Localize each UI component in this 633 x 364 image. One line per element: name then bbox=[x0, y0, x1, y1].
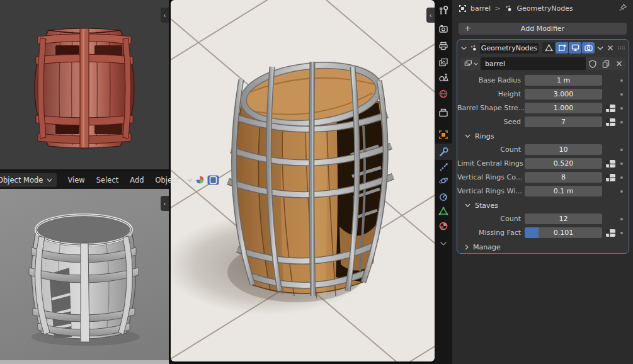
properties-editor: barrel > GeometryNodes + Add Modifier bbox=[435, 0, 633, 364]
viewport-3d-bottom-left[interactable]: ‹ bbox=[0, 171, 169, 364]
barrel-model-gray-preview[interactable] bbox=[0, 179, 169, 355]
expand-chevron-icon[interactable] bbox=[461, 46, 467, 50]
modifier-field-seed: Seed 7 bbox=[457, 115, 629, 129]
modifier-field-count: Count 10 bbox=[457, 143, 629, 157]
properties-tab-render[interactable] bbox=[435, 21, 452, 37]
decorator-dot[interactable] bbox=[620, 107, 623, 110]
decorator-dot[interactable] bbox=[620, 218, 623, 220]
menu-add[interactable]: Add bbox=[124, 176, 149, 185]
display-on-cage-toggle[interactable] bbox=[542, 42, 555, 54]
field-label: Limit Central Rings bbox=[457, 157, 521, 171]
chevron-down-icon bbox=[465, 134, 470, 138]
field-value[interactable]: 0.101 bbox=[525, 227, 602, 238]
modifier-field-limit-central-rings: Limit Central Rings 0.520 bbox=[457, 157, 629, 171]
menu-object[interactable]: Object bbox=[150, 176, 185, 185]
properties-tab-tool[interactable] bbox=[435, 2, 452, 18]
field-label: Base Radius bbox=[457, 74, 521, 88]
close-icon[interactable] bbox=[607, 45, 613, 51]
plus-icon: + bbox=[464, 23, 471, 33]
unlink-close-icon[interactable] bbox=[612, 57, 625, 70]
field-label: Count bbox=[457, 212, 521, 226]
modifier-section-staves[interactable]: Staves bbox=[457, 198, 629, 212]
properties-tab-column bbox=[435, 0, 452, 364]
properties-tab-material[interactable] bbox=[435, 218, 452, 234]
viewport-3d-top-left[interactable]: ‹ bbox=[0, 0, 169, 169]
properties-tab-physics[interactable] bbox=[435, 173, 452, 189]
decorator-dot[interactable] bbox=[620, 162, 623, 165]
modifier-section-rings[interactable]: Rings bbox=[457, 129, 629, 143]
field-label: Count bbox=[457, 143, 521, 157]
menu-view[interactable]: View bbox=[62, 176, 90, 185]
input-attribute-toggle[interactable] bbox=[605, 228, 616, 237]
field-value[interactable]: 7 bbox=[525, 117, 602, 127]
sidebar-collapse-arrow[interactable]: ‹ bbox=[426, 8, 435, 23]
chevron-right-icon bbox=[465, 244, 469, 250]
barrel-model-red-preview[interactable] bbox=[0, 0, 169, 169]
input-attribute-toggle[interactable] bbox=[605, 159, 616, 168]
extras-chevron-icon[interactable] bbox=[597, 46, 603, 50]
pin-icon[interactable] bbox=[618, 3, 627, 13]
sidebar-collapse-arrow[interactable]: ‹ bbox=[161, 8, 169, 23]
field-value[interactable]: 1 m bbox=[525, 75, 602, 86]
editor-edge-strip bbox=[0, 360, 169, 364]
modifier-field-barrel-shape-stre: Barrel Shape Stre... 1.000 bbox=[457, 101, 629, 115]
properties-tab-collection[interactable] bbox=[435, 105, 452, 121]
properties-tab-object-data[interactable] bbox=[435, 203, 452, 219]
chevron-down-icon[interactable] bbox=[435, 236, 452, 252]
breadcrumb-object[interactable]: barrel bbox=[470, 4, 491, 13]
decorator-dot[interactable] bbox=[620, 149, 623, 151]
chevron-down-icon[interactable] bbox=[187, 178, 193, 182]
modifier-panel-header: GeometryNodes bbox=[461, 41, 627, 55]
input-attribute-toggle[interactable] bbox=[605, 173, 616, 182]
properties-tab-modifiers[interactable] bbox=[435, 144, 452, 160]
decorator-dot[interactable] bbox=[620, 121, 623, 123]
drag-handle-icon[interactable] bbox=[617, 45, 625, 50]
mode-dropdown[interactable]: Object Mode bbox=[0, 173, 57, 187]
properties-tab-scene[interactable] bbox=[435, 69, 452, 86]
field-value[interactable]: 3.000 bbox=[525, 89, 602, 100]
field-value[interactable]: 12 bbox=[525, 213, 602, 224]
add-modifier-label: Add Modifier bbox=[521, 25, 564, 33]
browse-node-tree-button[interactable] bbox=[460, 57, 481, 70]
breadcrumb: barrel > GeometryNodes bbox=[459, 3, 573, 14]
copy-icon[interactable] bbox=[599, 57, 612, 70]
modifier-name-field[interactable]: GeometryNodes bbox=[480, 43, 539, 54]
geometry-nodes-icon bbox=[469, 44, 477, 52]
properties-tab-world[interactable] bbox=[435, 86, 452, 102]
sidebar-collapse-arrow[interactable]: ‹ bbox=[161, 196, 169, 211]
add-modifier-button[interactable]: + Add Modifier bbox=[459, 23, 627, 35]
chevron-down-icon bbox=[465, 203, 470, 207]
object-icon bbox=[459, 4, 467, 13]
viewport-shading-material-preview-icon[interactable] bbox=[195, 175, 205, 185]
chevron-down-icon bbox=[47, 178, 52, 182]
breadcrumb-node-group[interactable]: GeometryNodes bbox=[516, 4, 573, 13]
display-edit-mode-toggle[interactable] bbox=[556, 42, 568, 54]
field-value[interactable]: 8 bbox=[525, 172, 602, 183]
field-value[interactable]: 1.000 bbox=[525, 103, 602, 113]
modifier-field-count: Count 12 bbox=[457, 212, 629, 226]
viewport-shading-rendered-icon[interactable] bbox=[207, 175, 219, 185]
field-value[interactable]: 0.1 m bbox=[525, 186, 602, 196]
barrel-model-rendered[interactable] bbox=[228, 59, 393, 299]
decorator-dot[interactable] bbox=[620, 232, 623, 234]
decorator-dot[interactable] bbox=[620, 190, 623, 193]
fake-user-shield-icon[interactable] bbox=[586, 57, 599, 70]
section-label: Rings bbox=[475, 132, 494, 140]
field-value[interactable]: 10 bbox=[525, 144, 602, 155]
decorator-dot[interactable] bbox=[620, 93, 623, 96]
properties-tab-output[interactable] bbox=[435, 38, 452, 54]
input-attribute-toggle[interactable] bbox=[605, 117, 616, 127]
display-render-toggle[interactable] bbox=[582, 42, 595, 54]
field-value[interactable]: 0.520 bbox=[525, 158, 602, 169]
modifier-section-manage[interactable]: Manage bbox=[457, 240, 629, 254]
menu-select[interactable]: Select bbox=[91, 176, 124, 185]
decorator-dot[interactable] bbox=[620, 79, 623, 82]
decorator-dot[interactable] bbox=[620, 176, 623, 179]
properties-content: barrel > GeometryNodes + Add Modifier bbox=[452, 0, 633, 364]
properties-tab-object[interactable] bbox=[435, 127, 452, 143]
display-realtime-toggle[interactable] bbox=[569, 42, 581, 54]
input-attribute-toggle[interactable] bbox=[605, 103, 616, 113]
node-group-name-field[interactable]: barrel bbox=[481, 57, 586, 70]
properties-tab-view-layer[interactable] bbox=[435, 54, 452, 71]
chevron-down-icon bbox=[474, 62, 478, 65]
